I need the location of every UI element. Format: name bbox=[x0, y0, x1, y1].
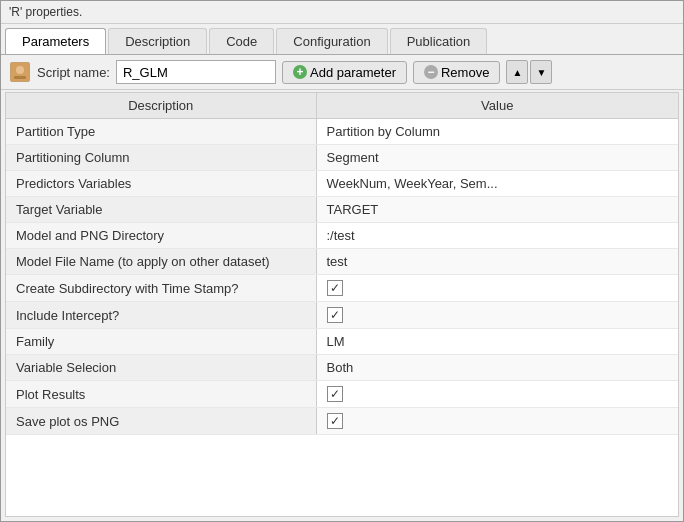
param-description: Model File Name (to apply on other datas… bbox=[6, 249, 316, 275]
param-description: Plot Results bbox=[6, 381, 316, 408]
parameters-table-container: Description Value Partition TypePartitio… bbox=[5, 92, 679, 517]
table-row: Plot Results✓ bbox=[6, 381, 678, 408]
param-description: Predictors Variables bbox=[6, 171, 316, 197]
table-row: Predictors VariablesWeekNum, WeekYear, S… bbox=[6, 171, 678, 197]
checkbox[interactable]: ✓ bbox=[327, 280, 343, 296]
table-row: Model and PNG Directory:/test bbox=[6, 223, 678, 249]
param-description: Partition Type bbox=[6, 119, 316, 145]
param-value[interactable]: ✓ bbox=[316, 408, 678, 435]
param-value: test bbox=[316, 249, 678, 275]
tab-parameters[interactable]: Parameters bbox=[5, 28, 106, 54]
param-value[interactable]: ✓ bbox=[316, 381, 678, 408]
script-icon bbox=[9, 61, 31, 83]
table-row: Include Intercept?✓ bbox=[6, 302, 678, 329]
param-description: Include Intercept? bbox=[6, 302, 316, 329]
param-value: Both bbox=[316, 355, 678, 381]
move-down-button[interactable]: ▼ bbox=[530, 60, 552, 84]
svg-rect-2 bbox=[14, 76, 26, 79]
param-value[interactable]: ✓ bbox=[316, 275, 678, 302]
arrow-buttons: ▲ ▼ bbox=[506, 60, 552, 84]
col-header-description: Description bbox=[6, 93, 316, 119]
main-window: 'R' properties. Parameters Description C… bbox=[0, 0, 684, 522]
toolbar: Script name: + Add parameter − Remove ▲ … bbox=[1, 55, 683, 90]
param-description: Save plot os PNG bbox=[6, 408, 316, 435]
table-row: Create Subdirectory with Time Stamp?✓ bbox=[6, 275, 678, 302]
script-name-input[interactable] bbox=[116, 60, 276, 84]
checkbox[interactable]: ✓ bbox=[327, 386, 343, 402]
table-row: Partition TypePartition by Column bbox=[6, 119, 678, 145]
checkbox[interactable]: ✓ bbox=[327, 307, 343, 323]
table-row: Model File Name (to apply on other datas… bbox=[6, 249, 678, 275]
param-description: Create Subdirectory with Time Stamp? bbox=[6, 275, 316, 302]
col-header-value: Value bbox=[316, 93, 678, 119]
table-row: Save plot os PNG✓ bbox=[6, 408, 678, 435]
title-bar: 'R' properties. bbox=[1, 1, 683, 24]
move-up-button[interactable]: ▲ bbox=[506, 60, 528, 84]
add-icon: + bbox=[293, 65, 307, 79]
remove-icon: − bbox=[424, 65, 438, 79]
param-value: :/test bbox=[316, 223, 678, 249]
add-parameter-button[interactable]: + Add parameter bbox=[282, 61, 407, 84]
param-value: Partition by Column bbox=[316, 119, 678, 145]
tab-description[interactable]: Description bbox=[108, 28, 207, 54]
script-icon-img bbox=[10, 62, 30, 82]
script-name-label: Script name: bbox=[37, 65, 110, 80]
tab-configuration[interactable]: Configuration bbox=[276, 28, 387, 54]
parameters-table: Description Value Partition TypePartitio… bbox=[6, 93, 678, 435]
param-value: TARGET bbox=[316, 197, 678, 223]
param-description: Family bbox=[6, 329, 316, 355]
table-row: Target VariableTARGET bbox=[6, 197, 678, 223]
table-row: FamilyLM bbox=[6, 329, 678, 355]
tab-publication[interactable]: Publication bbox=[390, 28, 488, 54]
param-description: Target Variable bbox=[6, 197, 316, 223]
param-value: LM bbox=[316, 329, 678, 355]
checkbox[interactable]: ✓ bbox=[327, 413, 343, 429]
table-row: Partitioning ColumnSegment bbox=[6, 145, 678, 171]
window-title: 'R' properties. bbox=[9, 5, 82, 19]
tab-bar: Parameters Description Code Configuratio… bbox=[1, 24, 683, 55]
param-description: Partitioning Column bbox=[6, 145, 316, 171]
param-description: Variable Selecion bbox=[6, 355, 316, 381]
param-value: WeekNum, WeekYear, Sem... bbox=[316, 171, 678, 197]
svg-point-1 bbox=[16, 66, 24, 74]
param-description: Model and PNG Directory bbox=[6, 223, 316, 249]
param-value[interactable]: ✓ bbox=[316, 302, 678, 329]
remove-button[interactable]: − Remove bbox=[413, 61, 500, 84]
table-row: Variable SelecionBoth bbox=[6, 355, 678, 381]
tab-code[interactable]: Code bbox=[209, 28, 274, 54]
param-value: Segment bbox=[316, 145, 678, 171]
